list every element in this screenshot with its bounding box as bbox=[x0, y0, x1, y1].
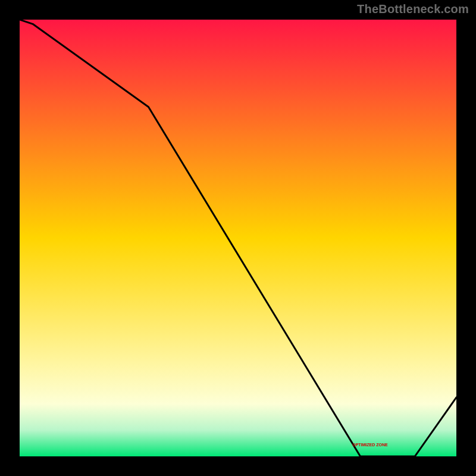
chart-background bbox=[20, 20, 456, 456]
chart-stage: OPTIMIZED ZONE bbox=[20, 20, 456, 456]
chart-container: TheBottleneck.com OPTIMIZED ZONE bbox=[0, 0, 476, 476]
optimized-zone-label: OPTIMIZED ZONE bbox=[352, 443, 388, 447]
chart-svg bbox=[20, 20, 456, 456]
watermark-text: TheBottleneck.com bbox=[357, 2, 469, 16]
